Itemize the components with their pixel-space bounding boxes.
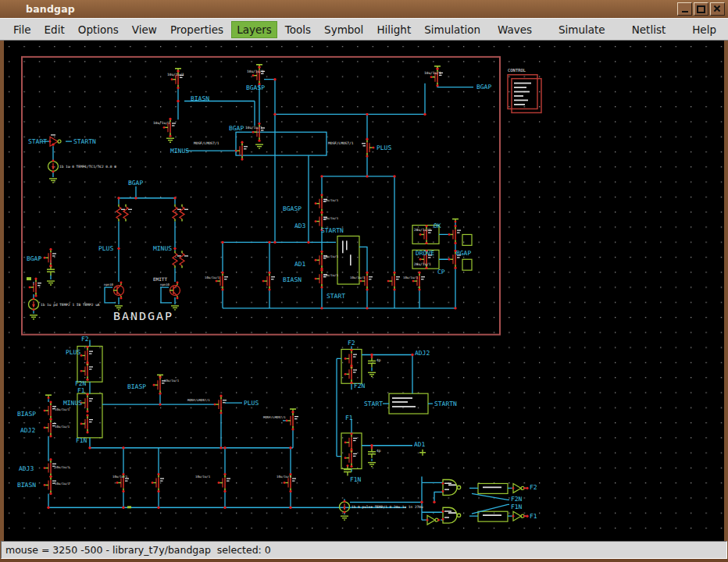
- net-label: BGASP: [246, 84, 265, 91]
- minimize-icon: [682, 5, 688, 12]
- device-label: 10u/1u/1: [55, 425, 70, 429]
- net-label: BGAP: [128, 180, 143, 187]
- device-label: EMITT: [153, 276, 167, 282]
- device-label: 10u/1u/1: [55, 482, 70, 486]
- device-label: 10u/1u/1: [403, 276, 419, 279]
- device-label: 10u/1u/1: [245, 126, 262, 130]
- maximize-button[interactable]: [694, 2, 708, 16]
- menu-item-simulation[interactable]: Simulation: [419, 21, 486, 38]
- menu-item-symbol[interactable]: Symbol: [319, 21, 369, 38]
- net-label: F2N: [511, 496, 523, 503]
- device-label: 10u/1u/1: [55, 407, 70, 411]
- close-button[interactable]: [710, 2, 725, 16]
- device-label: 28u/1u/1: [414, 228, 431, 232]
- net-label: F1: [345, 414, 353, 422]
- device-label: BANDGAP: [113, 309, 173, 323]
- net-label: F1: [77, 387, 85, 394]
- menu-right-group: WavesSimulateNetlistHelp: [492, 21, 722, 38]
- net-label: BIASP: [127, 383, 146, 390]
- schematic-drawing[interactable]: STARTSTARTNBIASNBGASPBGAPBGAPMINUSPLUSBG…: [4, 41, 724, 541]
- menu-item-view[interactable]: View: [127, 21, 162, 38]
- net-label: BIASN: [283, 276, 302, 283]
- device-label: npn10: [104, 283, 114, 286]
- menu-item-properties[interactable]: Properties: [165, 21, 229, 38]
- menu-item-options[interactable]: Options: [73, 21, 124, 38]
- net-label: STARTN: [434, 400, 457, 407]
- device-label: CONTROL: [508, 68, 526, 73]
- status-text: mouse = 3250 -500 - library_t7y/bandgap …: [2, 544, 271, 556]
- net-label: F2N: [354, 382, 366, 389]
- net-label: F1N: [350, 476, 362, 483]
- device-label: 10u/1u/1: [205, 276, 220, 279]
- device-label: 20u/1u/1: [323, 254, 339, 258]
- device-label: ib 1u 0 TEMP1/TC1/TC2 0.0 0: [59, 165, 116, 169]
- net-label: BIASN: [17, 482, 36, 489]
- net-label: ADJ3: [19, 465, 34, 472]
- schematic-canvas[interactable]: STARTSTARTNBIASNBGASPBGAPBGAPMINUSPLUSBG…: [4, 41, 724, 541]
- menu-item-layers[interactable]: Layers: [231, 21, 277, 38]
- device-label: ib 1u pd TEMP2 1 IB TEMP2 uA: [41, 303, 100, 307]
- net-label: F1: [530, 513, 537, 520]
- net-label: ADJ2: [20, 427, 35, 434]
- menu-item-file[interactable]: File: [8, 21, 37, 38]
- window-controls: [677, 2, 725, 16]
- net-label: F1N: [511, 503, 523, 510]
- net-label: MINUS: [170, 148, 189, 155]
- net-label: START: [327, 293, 345, 300]
- device-label: 10u/1u/1: [424, 71, 441, 75]
- menu-item-edit[interactable]: Edit: [39, 21, 70, 38]
- close-icon: [711, 3, 724, 15]
- device-label: 20u/1u/1: [323, 198, 339, 202]
- net-label: F1N: [76, 437, 87, 444]
- net-label: MINUS: [63, 400, 82, 407]
- net-label: START: [364, 400, 383, 407]
- title-bar[interactable]: bandgap: [0, 0, 728, 18]
- maximize-icon: [697, 5, 705, 13]
- net-label: BGASP: [283, 205, 302, 212]
- net-label: AD1: [294, 261, 306, 268]
- menu-item-tools[interactable]: Tools: [280, 21, 316, 38]
- device-label: 10u/1u/1: [247, 69, 264, 73]
- net-label: MINUS: [153, 245, 172, 252]
- net-label: F2: [530, 484, 537, 491]
- minimize-button[interactable]: [677, 2, 692, 16]
- device-label: 20u/1u/1: [323, 216, 339, 220]
- device-label: ib 0 pulse TEMP/1 0 20u 1u 1n 270u: [352, 505, 423, 509]
- device-label: MOSF/LMOS7/1: [194, 141, 219, 145]
- canvas-frame: STARTSTARTNBIASNBGASPBGAPBGAPMINUSPLUSBG…: [0, 41, 728, 541]
- status-bar: mouse = 3250 -500 - library_t7y/bandgap …: [1, 541, 727, 559]
- net-label: BIASN: [191, 95, 209, 102]
- menu-item-netlist[interactable]: Netlist: [626, 21, 672, 38]
- application-window: bandgap FileEditOptionsViewPropertiesLay…: [0, 0, 728, 562]
- device-label: 4p: [376, 358, 381, 362]
- device-label: 10u/1u/1: [350, 276, 366, 279]
- net-label: STARTN: [73, 138, 96, 145]
- net-label: F2: [348, 340, 355, 347]
- menu-item-help[interactable]: Help: [687, 21, 722, 38]
- menu-item-simulate[interactable]: Simulate: [553, 21, 611, 38]
- device-label: 10u/1u/1: [55, 465, 70, 469]
- device-label: 10u/1u/1: [112, 475, 128, 479]
- net-label: STARTN: [321, 227, 344, 234]
- net-label: BGAP: [476, 84, 491, 91]
- net-label: PLUS: [66, 350, 80, 357]
- menu-item-waves[interactable]: Waves: [492, 21, 537, 38]
- net-label: BIASP: [17, 411, 36, 418]
- net-label: PLUS: [376, 144, 391, 151]
- net-label: START: [28, 138, 47, 145]
- net-label: AD1: [414, 441, 426, 448]
- grid-dots: [4, 41, 724, 541]
- net-label: ADJ2: [415, 350, 430, 357]
- net-label: BGAP: [456, 250, 471, 257]
- device-label: 20u/1u/1: [323, 273, 339, 277]
- menu-item-hilight[interactable]: Hilight: [371, 21, 416, 38]
- device-label: npn10: [160, 283, 170, 286]
- net-label: AD3: [294, 223, 306, 230]
- net-label: F2: [81, 336, 89, 343]
- device-label: MOSF/LMOS7/1: [328, 141, 354, 145]
- device-label: 4p: [376, 449, 381, 453]
- net-label: PLUS: [98, 245, 113, 252]
- net-label: CP: [437, 269, 445, 276]
- net-label: DROVE: [416, 250, 434, 257]
- device-label: MOSF/LMOS7/1: [263, 415, 286, 419]
